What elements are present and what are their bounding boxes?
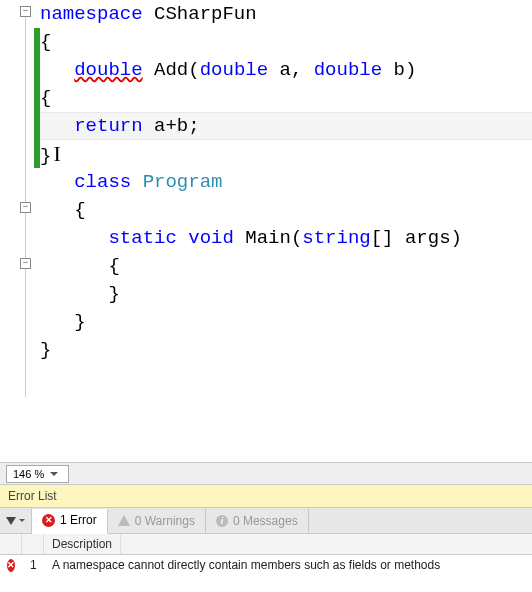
left-margin [0,0,18,462]
header-icon-col[interactable] [0,534,22,554]
brace: { [74,199,85,221]
brace: { [40,31,51,53]
code-line[interactable]: { [40,252,532,280]
keyword: double [314,59,382,81]
code-line[interactable]: static void Main(string[] args) [40,224,532,252]
error-list-toolbar: ✕ 1 Error 0 Warnings i 0 Messages [0,508,532,534]
brace: } [74,311,85,333]
warnings-tab[interactable]: 0 Warnings [108,508,206,533]
info-icon: i [216,515,228,527]
brace: } [40,339,51,361]
keyword: void [188,227,234,249]
identifier: Main [245,227,291,249]
code-line[interactable]: } [40,280,532,308]
code-line[interactable]: } [40,336,532,364]
identifier: Add [154,59,188,81]
messages-tab[interactable]: i 0 Messages [206,508,309,533]
row-number: 1 [22,558,44,572]
fold-toggle[interactable]: − [20,6,31,17]
keyword: static [108,227,176,249]
errors-tab[interactable]: ✕ 1 Error [32,509,108,534]
filter-button[interactable] [0,508,32,533]
code-line[interactable]: double Add(double a, double b) [40,56,532,84]
brace: { [40,87,51,109]
identifier: b [394,59,405,81]
error-icon: ✕ [7,559,15,572]
tab-label: 0 Warnings [135,514,195,528]
error-list-headers: Description [0,534,532,555]
error-icon: ✕ [42,514,55,527]
expression: a+b; [154,115,200,137]
keyword: class [74,171,131,193]
code-line[interactable]: { [40,84,532,112]
header-num-col[interactable] [22,534,44,554]
identifier: a [280,59,291,81]
warning-icon [118,515,130,526]
code-editor[interactable]: − − − namespace CSharpFun { double Add(d… [0,0,532,462]
identifier: CSharpFun [154,3,257,25]
tab-label: 1 Error [60,513,97,527]
code-line[interactable]: } [40,308,532,336]
zoom-bar: 146 % [0,462,532,484]
chevron-down-icon [50,472,58,476]
chevron-down-icon [19,519,25,522]
type-name: Program [143,171,223,193]
header-description[interactable]: Description [44,534,121,554]
brace: { [108,255,119,277]
zoom-value: 146 % [13,468,44,480]
identifier: args [405,227,451,249]
code-line[interactable]: }I [40,140,532,168]
code-line[interactable]: namespace CSharpFun [40,0,532,28]
outline-column: − − − [18,0,34,462]
text [143,3,154,25]
brace: } [40,145,51,167]
error-list-panel: Error List ✕ 1 Error 0 Warnings i 0 Mess… [0,484,532,575]
keyword: namespace [40,3,143,25]
code-line[interactable]: { [40,196,532,224]
tab-label: 0 Messages [233,514,298,528]
row-description: A namespace cannot directly contain memb… [44,558,448,572]
filter-icon [6,517,16,525]
code-content[interactable]: namespace CSharpFun { double Add(double … [40,0,532,462]
keyword: string [302,227,370,249]
keyword-error: double [74,59,142,81]
fold-toggle[interactable]: − [20,258,31,269]
row-icon-cell: ✕ [0,559,22,572]
brace: } [108,283,119,305]
error-row[interactable]: ✕ 1 A namespace cannot directly contain … [0,555,532,575]
code-line[interactable]: { [40,28,532,56]
code-line[interactable]: return a+b; [40,112,532,140]
zoom-level-dropdown[interactable]: 146 % [6,465,69,483]
fold-toggle[interactable]: − [20,202,31,213]
text: [] [371,227,394,249]
keyword: double [200,59,268,81]
code-line[interactable]: class Program [40,168,532,196]
panel-title: Error List [0,485,532,508]
text-cursor-icon: I [53,141,60,166]
keyword: return [74,115,142,137]
